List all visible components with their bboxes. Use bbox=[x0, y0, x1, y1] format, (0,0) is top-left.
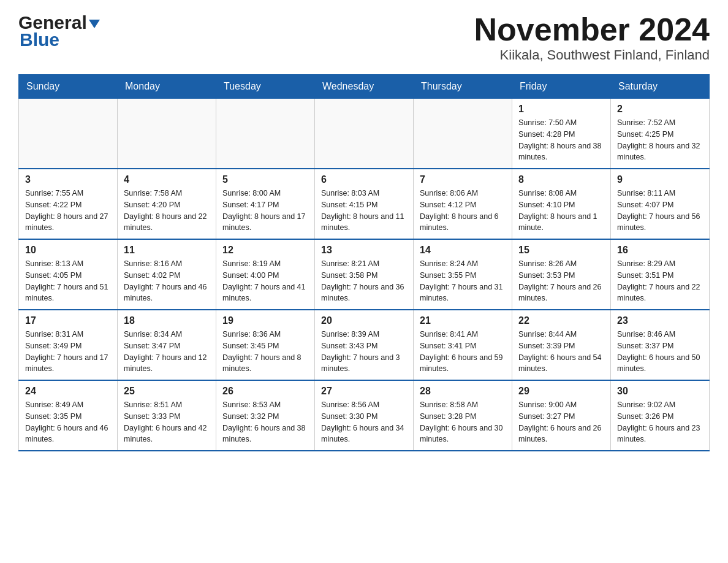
day-number: 14 bbox=[420, 245, 506, 256]
day-number: 21 bbox=[420, 315, 506, 326]
day-info: Sunrise: 8:06 AM Sunset: 4:12 PM Dayligh… bbox=[420, 188, 506, 234]
calendar-cell: 8Sunrise: 8:08 AM Sunset: 4:10 PM Daylig… bbox=[512, 169, 611, 239]
calendar-cell: 17Sunrise: 8:31 AM Sunset: 3:49 PM Dayli… bbox=[19, 310, 118, 380]
day-number: 15 bbox=[518, 245, 604, 256]
day-number: 9 bbox=[617, 174, 703, 185]
day-number: 8 bbox=[518, 174, 604, 185]
calendar-cell: 12Sunrise: 8:19 AM Sunset: 4:00 PM Dayli… bbox=[216, 239, 315, 310]
day-info: Sunrise: 8:39 AM Sunset: 3:43 PM Dayligh… bbox=[321, 329, 407, 375]
weekday-header-tuesday: Tuesday bbox=[216, 75, 315, 99]
logo: General Blue bbox=[18, 12, 100, 50]
day-info: Sunrise: 7:58 AM Sunset: 4:20 PM Dayligh… bbox=[124, 188, 210, 234]
calendar-cell: 13Sunrise: 8:21 AM Sunset: 3:58 PM Dayli… bbox=[315, 239, 414, 310]
day-number: 30 bbox=[617, 386, 703, 397]
weekday-header-monday: Monday bbox=[118, 75, 216, 99]
calendar-cell: 14Sunrise: 8:24 AM Sunset: 3:55 PM Dayli… bbox=[414, 239, 512, 310]
logo-triangle-icon bbox=[89, 20, 100, 28]
day-info: Sunrise: 8:24 AM Sunset: 3:55 PM Dayligh… bbox=[420, 258, 506, 304]
day-info: Sunrise: 7:55 AM Sunset: 4:22 PM Dayligh… bbox=[25, 188, 111, 234]
day-info: Sunrise: 9:02 AM Sunset: 3:26 PM Dayligh… bbox=[617, 399, 703, 445]
day-info: Sunrise: 8:13 AM Sunset: 4:05 PM Dayligh… bbox=[25, 258, 111, 304]
weekday-header-wednesday: Wednesday bbox=[315, 75, 414, 99]
calendar-week-2: 3Sunrise: 7:55 AM Sunset: 4:22 PM Daylig… bbox=[19, 169, 710, 239]
day-number: 7 bbox=[420, 174, 506, 185]
calendar-body: 1Sunrise: 7:50 AM Sunset: 4:28 PM Daylig… bbox=[19, 99, 710, 451]
day-number: 29 bbox=[518, 386, 604, 397]
calendar-cell: 9Sunrise: 8:11 AM Sunset: 4:07 PM Daylig… bbox=[611, 169, 710, 239]
calendar-cell: 2Sunrise: 7:52 AM Sunset: 4:25 PM Daylig… bbox=[611, 99, 710, 169]
calendar-cell: 27Sunrise: 8:56 AM Sunset: 3:30 PM Dayli… bbox=[315, 380, 414, 451]
weekday-header-saturday: Saturday bbox=[611, 75, 710, 99]
day-number: 1 bbox=[518, 104, 604, 115]
calendar-cell: 4Sunrise: 7:58 AM Sunset: 4:20 PM Daylig… bbox=[118, 169, 216, 239]
day-info: Sunrise: 8:19 AM Sunset: 4:00 PM Dayligh… bbox=[222, 258, 308, 304]
calendar-cell: 7Sunrise: 8:06 AM Sunset: 4:12 PM Daylig… bbox=[414, 169, 512, 239]
calendar-cell: 20Sunrise: 8:39 AM Sunset: 3:43 PM Dayli… bbox=[315, 310, 414, 380]
day-number: 10 bbox=[25, 245, 111, 256]
calendar-cell: 19Sunrise: 8:36 AM Sunset: 3:45 PM Dayli… bbox=[216, 310, 315, 380]
calendar-header: SundayMondayTuesdayWednesdayThursdayFrid… bbox=[19, 75, 710, 99]
calendar-cell: 24Sunrise: 8:49 AM Sunset: 3:35 PM Dayli… bbox=[19, 380, 118, 451]
weekday-header-thursday: Thursday bbox=[414, 75, 512, 99]
day-number: 23 bbox=[617, 315, 703, 326]
day-number: 12 bbox=[222, 245, 308, 256]
calendar-cell: 30Sunrise: 9:02 AM Sunset: 3:26 PM Dayli… bbox=[611, 380, 710, 451]
day-info: Sunrise: 8:49 AM Sunset: 3:35 PM Dayligh… bbox=[25, 399, 111, 445]
day-number: 24 bbox=[25, 386, 111, 397]
day-info: Sunrise: 7:52 AM Sunset: 4:25 PM Dayligh… bbox=[617, 117, 703, 163]
calendar-cell: 26Sunrise: 8:53 AM Sunset: 3:32 PM Dayli… bbox=[216, 380, 315, 451]
day-number: 25 bbox=[124, 386, 210, 397]
day-info: Sunrise: 8:16 AM Sunset: 4:02 PM Dayligh… bbox=[124, 258, 210, 304]
page-header: General Blue November 2024 Kiikala, Sout… bbox=[18, 12, 710, 63]
day-info: Sunrise: 8:26 AM Sunset: 3:53 PM Dayligh… bbox=[518, 258, 604, 304]
calendar-cell bbox=[414, 99, 512, 169]
calendar-cell: 3Sunrise: 7:55 AM Sunset: 4:22 PM Daylig… bbox=[19, 169, 118, 239]
calendar-cell bbox=[118, 99, 216, 169]
calendar-cell: 1Sunrise: 7:50 AM Sunset: 4:28 PM Daylig… bbox=[512, 99, 611, 169]
day-number: 28 bbox=[420, 386, 506, 397]
day-info: Sunrise: 8:36 AM Sunset: 3:45 PM Dayligh… bbox=[222, 329, 308, 375]
day-info: Sunrise: 8:51 AM Sunset: 3:33 PM Dayligh… bbox=[124, 399, 210, 445]
day-number: 5 bbox=[222, 174, 308, 185]
day-info: Sunrise: 7:50 AM Sunset: 4:28 PM Dayligh… bbox=[518, 117, 604, 163]
day-info: Sunrise: 8:58 AM Sunset: 3:28 PM Dayligh… bbox=[420, 399, 506, 445]
day-info: Sunrise: 8:29 AM Sunset: 3:51 PM Dayligh… bbox=[617, 258, 703, 304]
day-number: 20 bbox=[321, 315, 407, 326]
calendar-cell: 11Sunrise: 8:16 AM Sunset: 4:02 PM Dayli… bbox=[118, 239, 216, 310]
calendar-table: SundayMondayTuesdayWednesdayThursdayFrid… bbox=[18, 74, 710, 451]
day-info: Sunrise: 8:34 AM Sunset: 3:47 PM Dayligh… bbox=[124, 329, 210, 375]
calendar-cell: 21Sunrise: 8:41 AM Sunset: 3:41 PM Dayli… bbox=[414, 310, 512, 380]
day-info: Sunrise: 8:41 AM Sunset: 3:41 PM Dayligh… bbox=[420, 329, 506, 375]
day-number: 22 bbox=[518, 315, 604, 326]
calendar-cell: 23Sunrise: 8:46 AM Sunset: 3:37 PM Dayli… bbox=[611, 310, 710, 380]
calendar-cell bbox=[315, 99, 414, 169]
day-info: Sunrise: 8:21 AM Sunset: 3:58 PM Dayligh… bbox=[321, 258, 407, 304]
calendar-cell: 29Sunrise: 9:00 AM Sunset: 3:27 PM Dayli… bbox=[512, 380, 611, 451]
calendar-title-block: November 2024 Kiikala, Southwest Finland… bbox=[474, 12, 710, 63]
calendar-cell: 22Sunrise: 8:44 AM Sunset: 3:39 PM Dayli… bbox=[512, 310, 611, 380]
day-info: Sunrise: 8:31 AM Sunset: 3:49 PM Dayligh… bbox=[25, 329, 111, 375]
calendar-cell: 25Sunrise: 8:51 AM Sunset: 3:33 PM Dayli… bbox=[118, 380, 216, 451]
day-info: Sunrise: 8:00 AM Sunset: 4:17 PM Dayligh… bbox=[222, 188, 308, 234]
day-info: Sunrise: 9:00 AM Sunset: 3:27 PM Dayligh… bbox=[518, 399, 604, 445]
day-number: 17 bbox=[25, 315, 111, 326]
day-info: Sunrise: 8:08 AM Sunset: 4:10 PM Dayligh… bbox=[518, 188, 604, 234]
calendar-cell: 28Sunrise: 8:58 AM Sunset: 3:28 PM Dayli… bbox=[414, 380, 512, 451]
day-number: 26 bbox=[222, 386, 308, 397]
calendar-cell: 10Sunrise: 8:13 AM Sunset: 4:05 PM Dayli… bbox=[19, 239, 118, 310]
day-number: 19 bbox=[222, 315, 308, 326]
day-info: Sunrise: 8:46 AM Sunset: 3:37 PM Dayligh… bbox=[617, 329, 703, 375]
day-info: Sunrise: 8:44 AM Sunset: 3:39 PM Dayligh… bbox=[518, 329, 604, 375]
weekday-header-sunday: Sunday bbox=[19, 75, 118, 99]
calendar-title: November 2024 bbox=[474, 12, 710, 47]
day-number: 4 bbox=[124, 174, 210, 185]
calendar-week-5: 24Sunrise: 8:49 AM Sunset: 3:35 PM Dayli… bbox=[19, 380, 710, 451]
calendar-cell: 6Sunrise: 8:03 AM Sunset: 4:15 PM Daylig… bbox=[315, 169, 414, 239]
calendar-cell bbox=[216, 99, 315, 169]
calendar-cell: 15Sunrise: 8:26 AM Sunset: 3:53 PM Dayli… bbox=[512, 239, 611, 310]
day-number: 3 bbox=[25, 174, 111, 185]
day-number: 16 bbox=[617, 245, 703, 256]
calendar-cell bbox=[19, 99, 118, 169]
logo-blue-text: Blue bbox=[18, 29, 100, 50]
day-number: 2 bbox=[617, 104, 703, 115]
